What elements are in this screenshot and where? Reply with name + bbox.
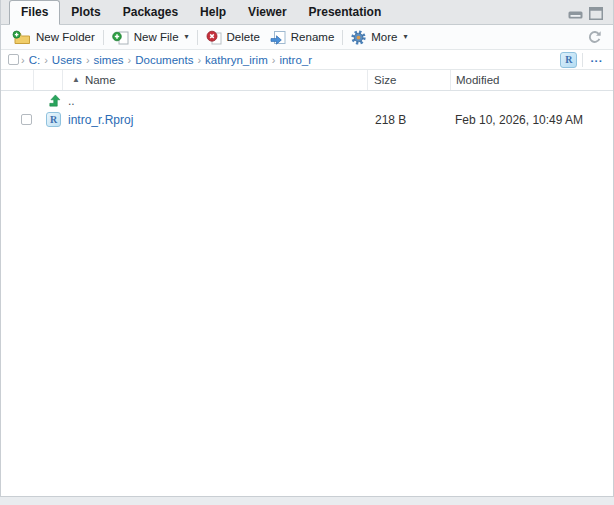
- parent-dir-link[interactable]: ..: [68, 94, 75, 108]
- files-pane: Files Plots Packages Help Viewer Present…: [0, 0, 614, 505]
- breadcrumb-segment-kathryn-irim[interactable]: kathryn_irim: [205, 54, 268, 66]
- header-name[interactable]: ▲ Name: [63, 70, 368, 90]
- new-folder-button[interactable]: New Folder: [7, 28, 100, 47]
- caret-down-icon: ▾: [403, 33, 407, 41]
- more-label: More: [371, 31, 397, 43]
- chevron-right-icon: ›: [44, 54, 48, 66]
- breadcrumb-segment-drive[interactable]: C:: [29, 54, 41, 66]
- pane-body: Files Plots Packages Help Viewer Present…: [0, 0, 614, 497]
- delete-button[interactable]: Delete: [201, 28, 265, 47]
- row-checkbox[interactable]: [21, 114, 32, 125]
- chevron-right-icon: ›: [272, 54, 276, 66]
- tab-help[interactable]: Help: [189, 1, 237, 24]
- breadcrumb: › C: › Users › simes › Documents › kathr…: [1, 50, 613, 70]
- new-file-button[interactable]: New File ▾: [107, 28, 194, 47]
- files-toolbar: New Folder New File ▾: [1, 25, 613, 50]
- toolbar-separator: [197, 30, 198, 45]
- maximize-icon[interactable]: [589, 7, 603, 20]
- table-row-parent-dir: ..: [1, 91, 613, 110]
- window-controls: [568, 7, 603, 20]
- gear-icon: [351, 30, 366, 45]
- header-modified[interactable]: Modified: [451, 70, 613, 90]
- header-size[interactable]: Size: [368, 70, 451, 90]
- rename-icon: [270, 30, 286, 45]
- chevron-right-icon: ›: [197, 54, 201, 66]
- toolbar-separator: [342, 30, 343, 45]
- chevron-right-icon: ›: [21, 54, 25, 66]
- tab-bar: Files Plots Packages Help Viewer Present…: [1, 0, 613, 25]
- breadcrumb-segment-users[interactable]: Users: [52, 54, 82, 66]
- breadcrumb-segment-documents[interactable]: Documents: [135, 54, 193, 66]
- r-project-button[interactable]: R: [560, 52, 577, 68]
- new-file-label: New File: [134, 31, 179, 43]
- header-size-label: Size: [374, 74, 396, 86]
- tab-plots[interactable]: Plots: [60, 1, 111, 24]
- delete-label: Delete: [227, 31, 260, 43]
- breadcrumb-segment-intro-r[interactable]: intro_r: [279, 54, 312, 66]
- minimize-icon[interactable]: [568, 8, 583, 19]
- file-table-header: ▲ Name Size Modified: [1, 70, 613, 91]
- rename-button[interactable]: Rename: [265, 28, 339, 47]
- file-size: 218 B: [368, 113, 451, 127]
- tab-files[interactable]: Files: [9, 0, 60, 25]
- delete-icon: [206, 30, 222, 45]
- new-folder-label: New Folder: [36, 31, 95, 43]
- rename-label: Rename: [291, 31, 334, 43]
- header-name-label: Name: [85, 74, 116, 86]
- header-checkbox-column: [1, 70, 34, 90]
- tab-viewer[interactable]: Viewer: [237, 1, 297, 24]
- caret-down-icon: ▾: [185, 33, 189, 41]
- chevron-right-icon: ›: [128, 54, 132, 66]
- tab-packages[interactable]: Packages: [112, 1, 189, 24]
- separator: [582, 53, 583, 67]
- r-project-icon: R: [565, 54, 572, 65]
- breadcrumb-more-button[interactable]: ...: [588, 52, 606, 68]
- new-file-icon: [112, 30, 129, 45]
- more-button[interactable]: More ▾: [346, 28, 412, 47]
- file-modified: Feb 10, 2026, 10:49 AM: [451, 113, 613, 127]
- refresh-icon[interactable]: [587, 30, 602, 45]
- breadcrumb-segment-simes[interactable]: simes: [94, 54, 124, 66]
- table-row-file: R intro_r.Rproj 218 B Feb 10, 2026, 10:4…: [1, 110, 613, 129]
- tab-presentation[interactable]: Presentation: [298, 1, 393, 24]
- select-all-checkbox[interactable]: [8, 54, 19, 65]
- header-icon-column: [34, 70, 63, 90]
- up-directory-icon: [47, 94, 61, 108]
- new-folder-icon: [12, 30, 31, 45]
- sort-ascending-icon: ▲: [72, 76, 80, 84]
- file-name-link[interactable]: intro_r.Rproj: [68, 113, 133, 127]
- header-modified-label: Modified: [456, 74, 499, 86]
- chevron-right-icon: ›: [86, 54, 90, 66]
- rproj-file-icon: R: [46, 112, 61, 127]
- toolbar-separator: [103, 30, 104, 45]
